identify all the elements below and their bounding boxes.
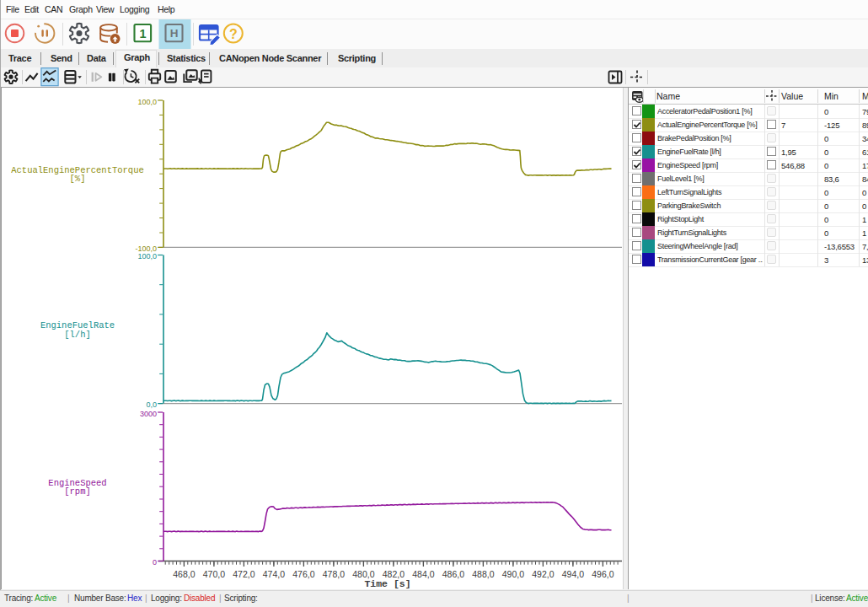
svg-text:468,0: 468,0 (173, 569, 195, 579)
svg-text:H: H (170, 27, 179, 40)
svg-text:490,0: 490,0 (502, 569, 524, 579)
svg-text:494,0: 494,0 (562, 569, 584, 579)
svg-text:3000: 3000 (140, 410, 157, 418)
svg-text:470,0: 470,0 (203, 569, 225, 579)
svg-text:[rpm]: [rpm] (64, 486, 91, 497)
svg-text:476,0: 476,0 (292, 569, 314, 579)
svg-text:482,0: 482,0 (383, 569, 405, 579)
svg-text:486,0: 486,0 (442, 569, 464, 579)
svg-text:[l/h]: [l/h] (64, 330, 91, 340)
svg-text:0,0: 0,0 (146, 400, 157, 409)
svg-text:[%]: [%] (70, 174, 86, 184)
svg-text:Time [s]: Time [s] (364, 578, 410, 589)
svg-text:492,0: 492,0 (532, 569, 554, 579)
svg-text:0: 0 (153, 558, 157, 567)
svg-text:480,0: 480,0 (352, 569, 374, 579)
svg-text:484,0: 484,0 (412, 569, 434, 579)
svg-text:472,0: 472,0 (233, 569, 255, 579)
svg-text:474,0: 474,0 (263, 569, 285, 579)
svg-text:478,0: 478,0 (323, 569, 345, 579)
svg-text:488,0: 488,0 (472, 569, 494, 579)
svg-text:1: 1 (139, 27, 146, 40)
svg-text:?: ? (229, 27, 238, 41)
svg-text:100,0: 100,0 (137, 98, 157, 106)
svg-text:496,0: 496,0 (592, 569, 613, 579)
svg-text:100,0: 100,0 (137, 252, 157, 261)
